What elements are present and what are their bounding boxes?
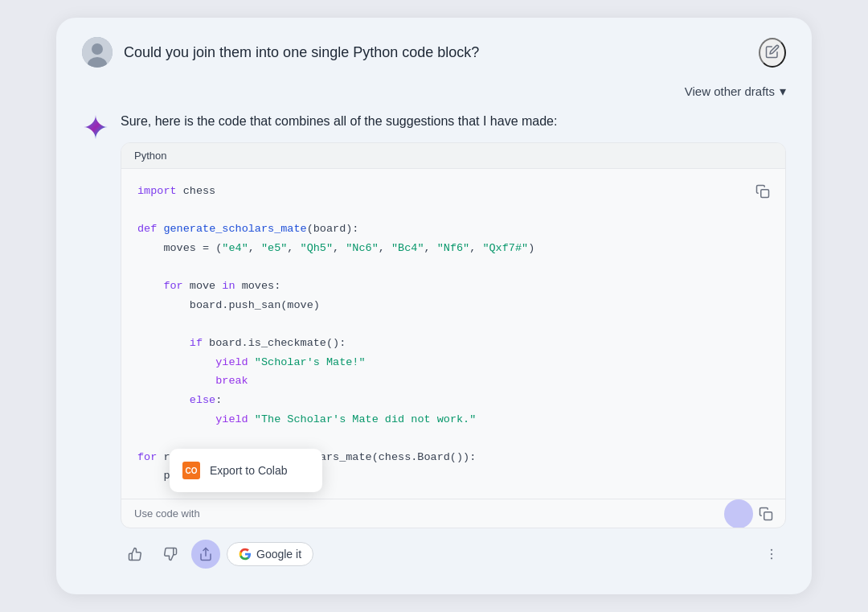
code-copy-button-bar[interactable] [753, 501, 779, 527]
code-header: Python [121, 143, 785, 169]
more-vertical-icon [764, 547, 779, 561]
svg-rect-3 [761, 190, 769, 198]
response-text: Sure, here is the code that combines all… [121, 112, 786, 131]
copy-icon [755, 184, 770, 199]
code-use-bar: Use code with CO Export to Colab [121, 499, 785, 528]
chevron-down-icon: ▾ [780, 84, 786, 99]
export-dropdown: CO Export to Colab [170, 449, 322, 492]
svg-point-1 [92, 43, 103, 55]
pencil-icon [765, 44, 780, 59]
chat-container: Could you join them into one single Pyth… [56, 18, 812, 594]
use-code-text: Use code with [134, 507, 200, 520]
gemini-icon [82, 113, 109, 141]
share-button[interactable] [191, 540, 220, 569]
svg-point-8 [771, 557, 772, 559]
response-content: Sure, here is the code that combines all… [121, 112, 786, 569]
svg-rect-4 [764, 511, 772, 520]
share-area [724, 499, 753, 528]
code-block: Python import chess def generate_scholar… [121, 142, 786, 528]
svg-point-7 [771, 553, 772, 555]
edit-button[interactable] [759, 38, 786, 68]
thumbs-down-icon [163, 547, 178, 561]
avatar [82, 37, 113, 68]
more-options-button[interactable] [757, 540, 786, 569]
google-icon [239, 548, 252, 561]
ai-response-row: Sure, here is the code that combines all… [82, 112, 786, 569]
view-drafts-button[interactable]: View other drafts ▾ [685, 84, 786, 99]
share-icon [199, 547, 213, 561]
google-it-button[interactable]: Google it [227, 542, 313, 566]
export-to-colab-button[interactable]: CO Export to Colab [170, 454, 322, 487]
copy-icon-bar [759, 507, 773, 521]
user-question: Could you join them into one single Pyth… [124, 44, 747, 61]
thumbs-up-icon [128, 547, 142, 561]
svg-point-6 [771, 549, 772, 551]
action-buttons-row: Google it [121, 540, 786, 569]
colab-icon: CO [182, 462, 200, 479]
thumbs-up-button[interactable] [121, 540, 149, 569]
drafts-row: View other drafts ▾ [82, 84, 786, 99]
ripple-effect [724, 499, 753, 528]
copy-button[interactable] [750, 179, 776, 204]
thumbs-down-button[interactable] [156, 540, 185, 569]
user-message-row: Could you join them into one single Pyth… [82, 37, 786, 68]
